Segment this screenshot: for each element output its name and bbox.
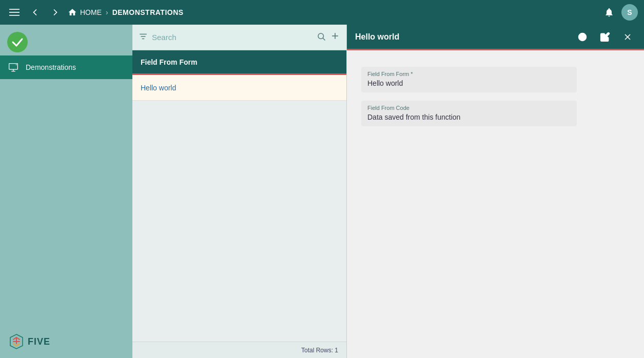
sidebar: Demonstrations FIVE <box>0 25 132 358</box>
sidebar-item-demonstrations[interactable]: Demonstrations <box>0 55 132 79</box>
list-header-title: Field From Form <box>141 58 338 66</box>
notification-icon[interactable] <box>601 4 617 21</box>
five-logo: FIVE <box>8 333 50 350</box>
detail-actions <box>574 29 636 45</box>
add-icon[interactable] <box>330 31 340 44</box>
field-from-code: Field From Code Data saved from this fun… <box>361 101 577 126</box>
svg-rect-1 <box>9 12 19 13</box>
search-bar <box>132 25 346 50</box>
svg-point-3 <box>7 32 28 52</box>
total-rows-label: Total Rows: 1 <box>301 347 338 354</box>
svg-point-10 <box>318 33 324 39</box>
logo-text: FIVE <box>28 336 50 347</box>
search-icon[interactable] <box>317 32 326 43</box>
field-from-form-label: Field From Form * <box>367 71 571 77</box>
save-indicator <box>6 31 29 53</box>
home-nav[interactable]: HOME <box>68 8 102 17</box>
svg-point-5 <box>16 64 17 66</box>
list-content: Hello world <box>132 75 346 342</box>
svg-rect-2 <box>9 15 19 16</box>
back-icon[interactable] <box>27 4 43 21</box>
center-panel: Field From Form Hello world Total Rows: … <box>132 25 347 358</box>
close-icon[interactable] <box>619 29 636 45</box>
monitor-icon <box>8 62 19 73</box>
sidebar-item-label: Demonstrations <box>26 63 76 71</box>
top-navigation: HOME › DEMONSTRATIONS S <box>0 0 644 25</box>
svg-line-11 <box>323 38 325 40</box>
search-input[interactable] <box>152 33 313 42</box>
list-footer: Total Rows: 1 <box>132 342 346 358</box>
search-input-wrap[interactable] <box>152 33 313 42</box>
field-from-code-value: Data saved from this function <box>367 113 571 121</box>
breadcrumb-text: DEMONSTRATIONS <box>112 8 184 16</box>
field-from-form: Field From Form * Hello world <box>361 67 577 92</box>
breadcrumb-chevron: › <box>106 8 108 16</box>
history-icon[interactable] <box>574 29 591 45</box>
edit-icon[interactable] <box>597 29 613 45</box>
detail-header: Hello world <box>347 25 644 50</box>
detail-title: Hello world <box>355 32 574 42</box>
menu-icon[interactable] <box>6 4 23 21</box>
forward-icon[interactable] <box>47 4 64 21</box>
main-layout: Demonstrations FIVE <box>0 25 644 358</box>
filter-icon[interactable] <box>139 32 148 43</box>
detail-content: Field From Form * Hello world Field From… <box>347 50 644 358</box>
svg-rect-0 <box>9 9 19 10</box>
field-from-code-label: Field From Code <box>367 105 571 111</box>
field-from-form-value: Hello world <box>367 79 571 87</box>
list-row[interactable]: Hello world <box>132 75 346 101</box>
user-avatar[interactable]: S <box>621 4 638 21</box>
detail-panel: Hello world Field From Form * Hel <box>347 25 644 358</box>
list-header: Field From Form <box>132 50 346 75</box>
home-label: HOME <box>80 8 102 16</box>
list-row-text: Hello world <box>141 84 176 92</box>
